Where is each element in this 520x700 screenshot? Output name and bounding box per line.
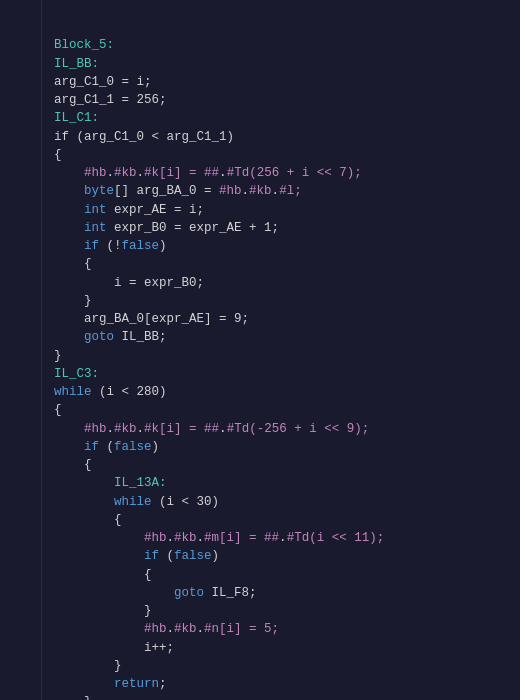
line-number <box>0 37 35 55</box>
code-line: IL_C3: <box>54 365 520 383</box>
line-number <box>0 73 35 91</box>
token: (! <box>99 237 122 255</box>
line-number <box>0 402 35 420</box>
token <box>54 620 144 638</box>
code-line: Block_5: <box>54 36 520 54</box>
token: #Td(-256 + i << 9); <box>227 420 370 438</box>
token <box>54 182 84 200</box>
line-number <box>0 584 35 602</box>
token: #Td(i << 11); <box>287 529 385 547</box>
code-line: #hb.#kb.#m[i] = ##.#Td(i << 11); <box>54 529 520 547</box>
token: . <box>197 620 205 638</box>
token <box>54 328 84 346</box>
line-number <box>0 639 35 657</box>
line-number <box>0 128 35 146</box>
token: } <box>54 693 92 700</box>
token: #Td(256 + i << 7); <box>227 164 362 182</box>
token: IL_13A: <box>54 474 167 492</box>
token <box>54 164 84 182</box>
line-number <box>0 420 35 438</box>
token: #n[i] = 5; <box>204 620 279 638</box>
code-line: #hb.#kb.#n[i] = 5; <box>54 620 520 638</box>
token: int <box>84 201 107 219</box>
code-line: } <box>54 693 520 700</box>
token: #kb <box>114 164 137 182</box>
code-line: } <box>54 347 520 365</box>
token: #hb <box>84 164 107 182</box>
token: i = expr_B0; <box>54 274 204 292</box>
line-number <box>0 493 35 511</box>
token: if <box>84 237 99 255</box>
token: #l; <box>279 182 302 200</box>
token: . <box>137 164 145 182</box>
line-number <box>0 18 35 36</box>
token: . <box>107 164 115 182</box>
token: IL_C1: <box>54 109 99 127</box>
line-number <box>0 657 35 675</box>
code-line: if (!false) <box>54 237 520 255</box>
token: . <box>137 420 145 438</box>
code-line: { <box>54 456 520 474</box>
token: . <box>272 182 280 200</box>
token: return <box>114 675 159 693</box>
code-content: Block_5:IL_BB:arg_C1_0 = i;arg_C1_1 = 25… <box>42 0 520 700</box>
token: arg_BA_0[expr_AE] = 9; <box>54 310 249 328</box>
token: expr_AE = i; <box>107 201 205 219</box>
token <box>54 201 84 219</box>
line-number <box>0 365 35 383</box>
token: ) <box>159 237 167 255</box>
line-number <box>0 602 35 620</box>
code-line: } <box>54 657 520 675</box>
line-number <box>0 347 35 365</box>
token: } <box>54 292 92 310</box>
code-line: goto IL_F8; <box>54 584 520 602</box>
code-line: { <box>54 255 520 273</box>
token: . <box>219 420 227 438</box>
token: i++; <box>54 639 174 657</box>
token: #k[i] = <box>144 164 204 182</box>
token: #hb <box>84 420 107 438</box>
code-line: IL_C1: <box>54 109 520 127</box>
token: #m[i] = <box>204 529 264 547</box>
token: ( <box>99 438 114 456</box>
token: . <box>107 420 115 438</box>
line-number <box>0 438 35 456</box>
line-number <box>0 694 35 701</box>
token: #kb <box>249 182 272 200</box>
code-line: arg_C1_0 = i; <box>54 73 520 91</box>
line-number <box>0 237 35 255</box>
code-line: arg_BA_0[expr_AE] = 9; <box>54 310 520 328</box>
token: #hb <box>144 529 167 547</box>
token: . <box>279 529 287 547</box>
token: byte <box>84 182 114 200</box>
code-line: i = expr_B0; <box>54 274 520 292</box>
token: expr_B0 = expr_AE + 1; <box>107 219 280 237</box>
line-number <box>0 310 35 328</box>
line-number <box>0 164 35 182</box>
code-line: } <box>54 602 520 620</box>
code-editor: Block_5:IL_BB:arg_C1_0 = i;arg_C1_1 = 25… <box>0 0 520 700</box>
code-line: IL_BB: <box>54 55 520 73</box>
token: { <box>54 255 92 273</box>
code-line: byte[] arg_BA_0 = #hb.#kb.#l; <box>54 182 520 200</box>
code-line: goto IL_BB; <box>54 328 520 346</box>
token <box>54 438 84 456</box>
token: #kb <box>174 529 197 547</box>
token: ( <box>159 547 174 565</box>
token: . <box>167 620 175 638</box>
token: . <box>197 529 205 547</box>
token: ## <box>264 529 279 547</box>
token: int <box>84 219 107 237</box>
token: #kb <box>174 620 197 638</box>
token: #hb <box>144 620 167 638</box>
token: goto <box>84 328 114 346</box>
code-line: if (false) <box>54 547 520 565</box>
code-line: int expr_B0 = expr_AE + 1; <box>54 219 520 237</box>
token: arg_C1_0 = i; <box>54 73 152 91</box>
token: if (arg_C1_0 < arg_C1_1) <box>54 128 234 146</box>
code-line: if (arg_C1_0 < arg_C1_1) <box>54 128 520 146</box>
token: ) <box>152 438 160 456</box>
code-line: i++; <box>54 639 520 657</box>
code-line: { <box>54 566 520 584</box>
token: false <box>122 237 160 255</box>
